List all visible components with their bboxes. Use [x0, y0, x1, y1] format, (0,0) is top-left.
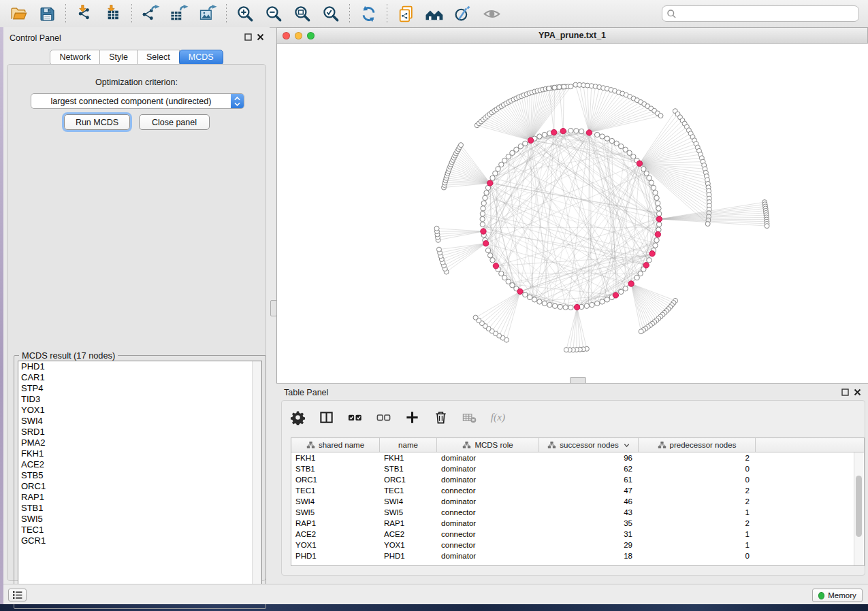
tab-mcds[interactable]: MCDS — [179, 50, 223, 65]
import-network-button[interactable] — [73, 3, 96, 24]
clone-network-button[interactable] — [394, 3, 417, 24]
add-button[interactable] — [403, 408, 421, 426]
mcds-result-item[interactable]: TID3 — [18, 394, 261, 405]
mcds-result-item[interactable]: FKH1 — [18, 448, 261, 459]
network-canvas[interactable] — [276, 44, 868, 383]
column-label: MCDS role — [475, 441, 513, 449]
task-history-button[interactable] — [8, 589, 27, 601]
control-panel-window-buttons — [244, 33, 264, 41]
tab-network[interactable]: Network — [50, 50, 100, 65]
mcds-list-scrollbar[interactable] — [252, 361, 261, 604]
run-mcds-button[interactable]: Run MCDS — [64, 114, 130, 130]
table-cell: TEC1 — [291, 486, 380, 495]
eye-icon — [483, 5, 501, 23]
table-cell: 0 — [639, 476, 756, 484]
table-cell: connector — [437, 541, 539, 549]
search-box[interactable] — [662, 5, 859, 22]
deselect-all-button[interactable] — [374, 408, 392, 426]
table-cell: 1 — [639, 530, 756, 538]
table-row[interactable]: TEC1TEC1connector472 — [291, 485, 864, 496]
mcds-result-item[interactable]: TEC1 — [18, 525, 261, 535]
table-panel: Table Panel f(x) shared namenameMCDS rol… — [276, 383, 868, 584]
sort-chevron-icon — [624, 442, 630, 448]
export-network-button[interactable] — [139, 3, 162, 24]
open-folder-button[interactable] — [7, 3, 30, 24]
table-cell: 62 — [539, 465, 639, 473]
gear-button[interactable] — [289, 408, 306, 426]
table-row[interactable]: PHD1PHD1dominator180 — [291, 550, 864, 561]
optimization-criterion-select[interactable]: largest connected component (undirected) — [31, 93, 244, 109]
toolbar-search-input[interactable] — [679, 8, 854, 19]
table-row[interactable]: ACE2ACE2connector311 — [291, 529, 864, 540]
mcds-result-item[interactable]: GCR1 — [18, 535, 261, 546]
optimization-criterion-value: largest connected component (undirected) — [31, 97, 231, 106]
split-panel-button[interactable] — [317, 408, 335, 426]
table-scrollbar[interactable] — [854, 452, 863, 565]
table-cell: RAP1 — [380, 519, 437, 527]
export-table-button[interactable] — [167, 3, 191, 24]
table-cell: 46 — [539, 497, 639, 506]
network-graph[interactable] — [277, 44, 868, 383]
mcds-result-item[interactable]: CAR1 — [18, 372, 261, 383]
mcds-result-item[interactable]: SWI4 — [18, 416, 261, 427]
column-header-MCDS-role[interactable]: MCDS role — [437, 438, 539, 452]
vertical-splitter-handle[interactable] — [270, 300, 277, 316]
mcds-result-item[interactable]: PHD1 — [18, 361, 261, 372]
zoom-fit-button[interactable] — [291, 3, 314, 24]
export-image-button[interactable] — [196, 3, 219, 24]
float-window-icon[interactable] — [841, 389, 849, 396]
column-header-name[interactable]: name — [380, 438, 437, 452]
mcds-result-item[interactable]: STB1 — [18, 503, 261, 514]
toolbar-separator — [387, 4, 387, 23]
refresh-button[interactable] — [357, 3, 380, 24]
table-scrollbar-thumb[interactable] — [856, 476, 862, 537]
mcds-result-item[interactable]: STP4 — [18, 383, 261, 394]
select-all-button[interactable] — [346, 408, 364, 426]
table-row[interactable]: SWI4SWI4dominator462 — [291, 496, 864, 507]
import-table-button[interactable] — [101, 3, 125, 24]
table-row[interactable]: FKH1FKH1dominator962 — [291, 452, 864, 463]
mcds-result-item[interactable]: SWI5 — [18, 514, 261, 525]
zoom-in-button[interactable] — [234, 3, 257, 24]
column-header-shared-name[interactable]: shared name — [291, 438, 380, 452]
delete-button[interactable] — [432, 408, 449, 426]
houses-button[interactable] — [423, 3, 446, 24]
application-window: Control Panel NetworkStyleSelectMCDS Opt… — [0, 0, 868, 611]
save-button[interactable] — [35, 3, 59, 24]
close-panel-icon[interactable] — [257, 33, 264, 41]
close-panel-icon[interactable] — [854, 389, 861, 396]
table-cell: SWI5 — [380, 508, 437, 516]
mcds-result-item[interactable]: ORC1 — [18, 481, 261, 492]
mcds-result-item[interactable]: SRD1 — [18, 427, 261, 437]
mcds-result-item[interactable]: STB5 — [18, 470, 261, 481]
mcds-result-list[interactable]: PHD1CAR1STP4TID3YOX1SWI4SRD1PMA2FKH1ACE2… — [18, 361, 262, 604]
table-row[interactable]: ORC1ORC1dominator610 — [291, 474, 864, 485]
tab-style[interactable]: Style — [100, 50, 138, 65]
mcds-result-item[interactable]: YOX1 — [18, 405, 261, 416]
select-stepper-icon — [231, 94, 244, 108]
node-table[interactable]: shared namenameMCDS rolesuccessor nodesp… — [291, 437, 865, 566]
network-window-titlebar[interactable]: YPA_prune.txt_1 — [276, 27, 868, 44]
close-panel-button[interactable]: Close panel — [139, 114, 210, 130]
zoom-selected-button[interactable] — [319, 3, 342, 24]
crossed-eye-button[interactable] — [451, 3, 475, 24]
mcds-result-item[interactable]: PMA2 — [18, 437, 261, 448]
float-window-icon[interactable] — [244, 33, 252, 41]
table-row[interactable]: STB1STB1dominator620 — [291, 463, 864, 474]
table-cell: FKH1 — [291, 454, 380, 462]
mcds-result-item[interactable]: RAP1 — [18, 492, 261, 503]
table-row[interactable]: YOX1YOX1connector291 — [291, 540, 864, 550]
mcds-result-item[interactable]: ACE2 — [18, 459, 261, 470]
tab-select[interactable]: Select — [138, 50, 180, 65]
column-header-successor-nodes[interactable]: successor nodes — [539, 438, 639, 452]
function-builder-icon: f(x) — [490, 410, 506, 425]
eye-button[interactable] — [480, 3, 503, 24]
zoom-out-button[interactable] — [262, 3, 285, 24]
import-table-icon — [104, 5, 123, 23]
table-body: FKH1FKH1dominator962STB1STB1dominator620… — [291, 452, 864, 561]
table-cell: connector — [437, 486, 539, 495]
memory-button[interactable]: Memory — [812, 589, 863, 602]
table-row[interactable]: SWI5SWI5connector431 — [291, 507, 864, 518]
table-row[interactable]: RAP1RAP1dominator352 — [291, 518, 864, 529]
column-header-predecessor-nodes[interactable]: predecessor nodes — [639, 438, 756, 452]
